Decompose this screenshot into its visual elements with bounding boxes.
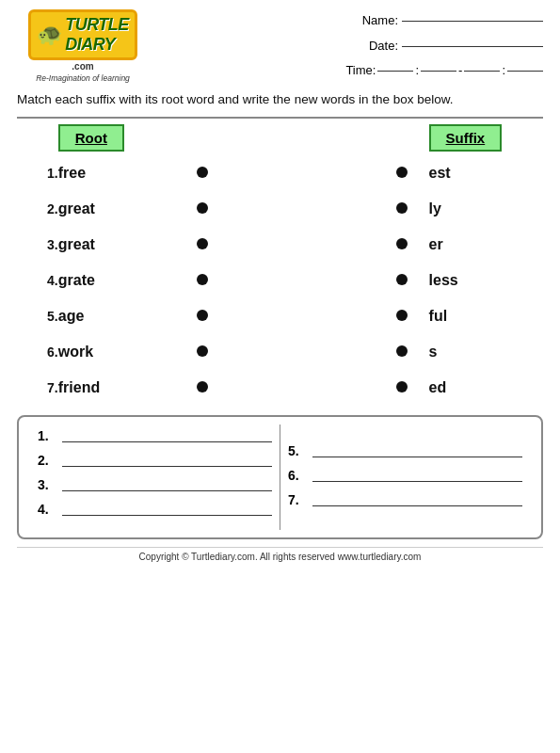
answer-line[interactable] <box>312 493 522 506</box>
suffix-word-7: ed <box>429 370 543 406</box>
time-row: Time: : - : <box>345 59 543 83</box>
table-row: 2. great ly <box>17 191 543 227</box>
row-num-4: 4. <box>17 263 58 298</box>
table-row: 5. age ful <box>17 298 543 334</box>
answer-row-left-3: 3. <box>38 477 272 492</box>
table-row: 3. great er <box>17 227 543 263</box>
time-dash: - <box>458 59 462 83</box>
row-num-1: 1. <box>17 155 58 191</box>
date-label: Date: <box>369 35 398 58</box>
answer-num: 5. <box>288 443 307 458</box>
answer-num: 4. <box>38 502 56 517</box>
answer-line[interactable] <box>62 429 272 442</box>
name-line <box>402 21 543 22</box>
name-row: Name: <box>345 9 543 33</box>
right-dot-6 <box>376 334 428 370</box>
logo-tagline: Re-Imagination of learning <box>36 73 130 83</box>
answer-num: 6. <box>288 468 307 483</box>
suffix-word-2: ly <box>429 191 543 227</box>
answer-line[interactable] <box>62 478 272 491</box>
time-line-2 <box>421 71 456 72</box>
root-word-4: grate <box>58 263 176 298</box>
answer-num: 3. <box>38 477 56 492</box>
root-word-1: free <box>58 155 176 191</box>
answer-row-right-1: 5. <box>288 443 522 458</box>
answer-col-left: 1. 2. 3. 4. <box>30 425 280 530</box>
turtle-icon: 🐢 <box>37 23 62 47</box>
table-header-row: Root Suffix <box>17 124 543 155</box>
right-dot-1 <box>376 155 428 191</box>
row-num-5: 5. <box>17 298 58 334</box>
date-row: Date: <box>345 35 543 58</box>
match-table: Root Suffix 1. free est 2. great ly 3. <box>17 124 543 406</box>
suffix-header: Suffix <box>429 124 503 152</box>
root-word-5: age <box>58 298 176 334</box>
answer-box: 1. 2. 3. 4. 5. 6. 7. <box>17 415 543 539</box>
time-line-4 <box>507 71 543 72</box>
root-header: Root <box>58 124 124 152</box>
right-dot-3 <box>376 227 428 263</box>
row-num-7: 7. <box>17 370 58 406</box>
time-colon-2: : <box>502 59 505 83</box>
root-word-3: great <box>58 227 176 263</box>
time-line-1 <box>377 71 413 72</box>
table-row: 4. grate less <box>17 263 543 298</box>
footer: Copyright © Turtlediary.com. All rights … <box>17 547 543 562</box>
left-dot-2 <box>176 191 229 227</box>
date-line <box>402 46 543 47</box>
row-num-2: 2. <box>17 191 58 227</box>
right-dot-2 <box>376 191 428 227</box>
row-num-3: 3. <box>17 227 58 263</box>
logo-area: 🐢 TURTLEDIARY .com Re-Imagination of lea… <box>17 9 149 83</box>
header: 🐢 TURTLEDIARY .com Re-Imagination of lea… <box>17 9 543 83</box>
name-label: Name: <box>362 9 398 33</box>
answer-row-right-2: 6. <box>288 468 522 483</box>
root-word-2: great <box>58 191 176 227</box>
left-dot-1 <box>176 155 229 191</box>
root-word-6: work <box>58 334 176 370</box>
answer-line[interactable] <box>312 469 522 482</box>
table-row: 1. free est <box>17 155 543 191</box>
logo-com: .com <box>72 61 93 72</box>
answer-line[interactable] <box>312 444 522 457</box>
time-line-3 <box>464 71 500 72</box>
right-dot-7 <box>376 370 428 406</box>
left-dot-5 <box>176 298 229 334</box>
root-word-7: friend <box>58 370 176 406</box>
answer-line[interactable] <box>62 454 272 467</box>
logo-box: 🐢 TURTLEDIARY <box>28 9 137 60</box>
time-colon-1: : <box>415 59 419 83</box>
answer-row-left-1: 1. <box>38 428 272 443</box>
divider <box>17 117 543 119</box>
suffix-word-4: less <box>429 263 543 298</box>
row-num-6: 6. <box>17 334 58 370</box>
answer-row-left-4: 4. <box>38 502 272 517</box>
answer-row-right-3: 7. <box>288 492 522 507</box>
right-dot-5 <box>376 298 428 334</box>
answer-row-left-2: 2. <box>38 453 272 468</box>
left-dot-7 <box>176 370 229 406</box>
suffix-word-1: est <box>429 155 543 191</box>
table-row: 6. work s <box>17 334 543 370</box>
left-dot-4 <box>176 263 229 298</box>
page: 🐢 TURTLEDIARY .com Re-Imagination of lea… <box>0 0 560 753</box>
answer-col-right: 5. 6. 7. <box>280 425 530 530</box>
left-dot-6 <box>176 334 229 370</box>
answer-num: 2. <box>38 453 56 468</box>
form-fields: Name: Date: Time: : - : <box>345 9 543 83</box>
time-label: Time: <box>345 59 376 83</box>
right-dot-4 <box>376 263 428 298</box>
suffix-word-5: ful <box>429 298 543 334</box>
answer-num: 1. <box>38 428 56 443</box>
suffix-word-6: s <box>429 334 543 370</box>
answer-num: 7. <box>288 492 307 507</box>
table-row: 7. friend ed <box>17 370 543 406</box>
left-dot-3 <box>176 227 229 263</box>
answer-line[interactable] <box>62 503 272 516</box>
logo-text: TURTLEDIARY <box>65 15 129 55</box>
suffix-word-3: er <box>429 227 543 263</box>
instructions: Match each suffix with its root word and… <box>17 90 543 109</box>
